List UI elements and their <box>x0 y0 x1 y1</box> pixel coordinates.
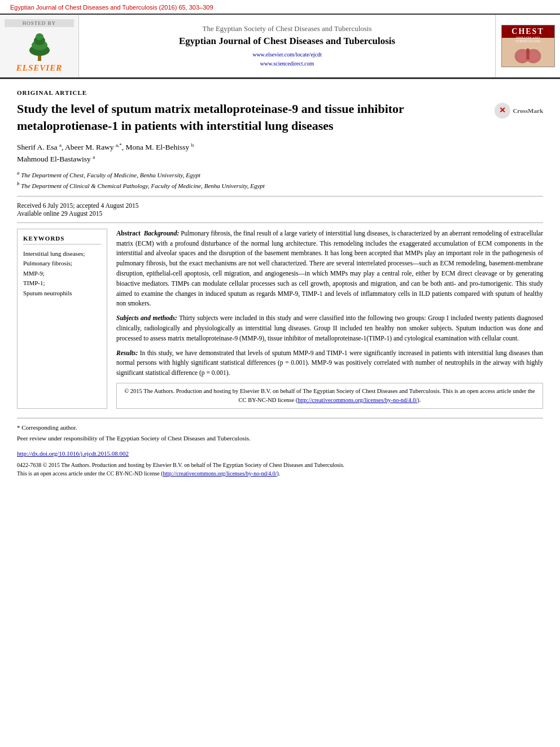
journal-header: HOSTED BY ELSEVIER The Egyptian Society … <box>0 14 560 79</box>
received-date: Received 6 July 2015; accepted 4 August … <box>17 202 543 209</box>
authors-line: Sherif A. Esa a, Abeer M. Rawy a,*, Mona… <box>17 142 543 152</box>
chest-subtitle-text: DISEASES ANDTUBERCULOSIS <box>515 36 541 43</box>
doi-link[interactable]: http://dx.doi.org/10.1016/j.ejcdt.2015.0… <box>17 450 129 457</box>
affiliation-1: a The Department of Chest, Faculty of Me… <box>17 169 543 180</box>
crossmark-badge[interactable]: ✕ CrossMark <box>495 103 543 119</box>
available-date: Available online 29 August 2015 <box>17 210 543 217</box>
divider-2 <box>17 222 543 223</box>
chest-lung-icon <box>511 44 545 65</box>
keyword-5: Sputum neutrophils <box>23 289 101 299</box>
author-2: Abeer M. Rawy a,* <box>65 143 122 151</box>
two-col-layout: KEYWORDS Interstitial lung diseases; Pul… <box>17 229 543 409</box>
keyword-4: TIMP-1; <box>23 278 101 289</box>
svg-point-9 <box>529 52 538 61</box>
doi-section: http://dx.doi.org/10.1016/j.ejcdt.2015.0… <box>17 449 543 459</box>
abstract-main-label: Abstract <box>116 230 141 237</box>
issn-text: 0422-7638 © 2015 The Authors. Production… <box>17 462 344 468</box>
keyword-1: Interstitial lung diseases; <box>23 249 101 259</box>
article-type-label: ORIGINAL ARTICLE <box>17 87 543 96</box>
corresponding-author-note: * Corresponding author. <box>17 423 543 433</box>
abstract-background-label: Background: <box>144 230 180 237</box>
article-title-block: Study the level of sputum matrix metallo… <box>17 101 543 134</box>
elsevier-logo-section: HOSTED BY ELSEVIER <box>0 15 79 77</box>
keyword-3: MMP-9; <box>23 269 101 279</box>
abstract-results-para: Results: In this study, we have demonstr… <box>116 348 543 378</box>
author-4: Mahmoud El-Bastawisy a <box>17 155 95 163</box>
authors-line-2: Mahmoud El-Bastawisy a <box>17 154 543 164</box>
elsevier-brand-text: ELSEVIER <box>16 63 62 73</box>
crossmark-label-text: CrossMark <box>513 107 543 115</box>
footer-section: * Corresponding author. Peer review unde… <box>17 418 543 478</box>
journal-url1: www.elsevier.com/locate/ejcdt <box>252 51 322 58</box>
chest-journal-cover: CHEST DISEASES ANDTUBERCULOSIS <box>495 15 560 77</box>
affiliations-block: a The Department of Chest, Faculty of Me… <box>17 169 543 190</box>
main-content: ORIGINAL ARTICLE Study the level of sput… <box>0 79 560 489</box>
peer-review-note: Peer review under responsibility of The … <box>17 434 543 443</box>
abstract-results-text: In this study, we have demonstrated that… <box>116 350 543 377</box>
keywords-title: KEYWORDS <box>23 235 101 244</box>
copyright-link[interactable]: http://creativecommons.org/licenses/by-n… <box>298 397 417 403</box>
elsevier-logo: ELSEVIER <box>16 30 62 73</box>
copyright-text-part2: ). <box>417 397 421 403</box>
keyword-2: Pulmonary fibrosis; <box>23 259 101 269</box>
open-access-note: This is an open access article under the… <box>17 470 280 477</box>
journal-info-center: The Egyptian Society of Chest Diseases a… <box>79 15 495 77</box>
abstract-methods-label: Subjects and methods: <box>116 314 177 321</box>
article-title-text: Study the level of sputum matrix metallo… <box>17 101 489 134</box>
keywords-column: KEYWORDS Interstitial lung diseases; Pul… <box>17 229 107 409</box>
chest-title: CHEST <box>511 27 544 36</box>
abstract-methods-para: Subjects and methods: Thirty subjects we… <box>116 313 543 343</box>
svg-rect-7 <box>526 49 530 59</box>
journal-citation-link: Egyptian Journal of Chest Diseases and T… <box>10 4 213 11</box>
abstract-background-text: Pulmonary fibrosis, the final result of … <box>116 230 543 307</box>
open-access-link[interactable]: http://creativecommons.org/licenses/by-n… <box>163 470 277 477</box>
issn-line: 0422-7638 © 2015 The Authors. Production… <box>17 461 543 478</box>
hosted-by-label: HOSTED BY <box>5 19 74 27</box>
author-3: Mona M. El-Behissy b <box>126 143 194 151</box>
journal-url2: www.sciencedirect.com <box>260 60 314 67</box>
affiliation-2: b The Department of Clinical & Chemical … <box>17 180 543 190</box>
abstract-column: Abstract Background: Pulmonary fibrosis,… <box>116 229 543 409</box>
journal-links: www.elsevier.com/locate/ejcdt www.scienc… <box>252 50 322 68</box>
svg-point-8 <box>518 52 527 61</box>
journal-title: Egyptian Journal of Chest Diseases and T… <box>179 36 395 47</box>
copyright-box: © 2015 The Authors. Production and hosti… <box>116 383 543 409</box>
divider-1 <box>17 196 543 196</box>
crossmark-icon: ✕ <box>495 103 510 119</box>
svg-point-4 <box>36 33 43 40</box>
author-1: Sherif A. Esa a <box>17 143 62 151</box>
chest-cover-box: CHEST DISEASES ANDTUBERCULOSIS <box>501 25 555 67</box>
society-name: The Egyptian Society of Chest Diseases a… <box>202 24 371 33</box>
abstract-background-para: Abstract Background: Pulmonary fibrosis,… <box>116 229 543 309</box>
elsevier-tree-icon <box>20 30 59 62</box>
abstract-results-label: Results: <box>116 350 138 356</box>
abstract-methods-text: Thirty subjects were included in this st… <box>116 314 543 342</box>
